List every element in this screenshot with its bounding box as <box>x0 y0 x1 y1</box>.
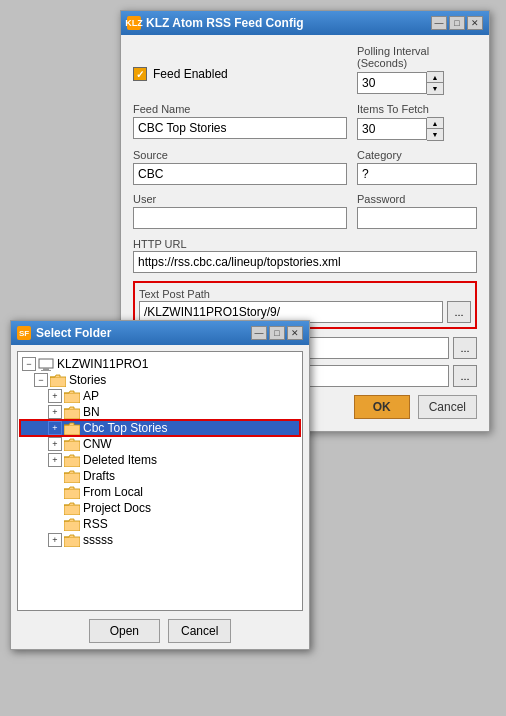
tree-item-sssss[interactable]: + sssss <box>20 532 300 548</box>
folder-dialog-body: − KLZWIN11PRO1 − Stories <box>11 345 309 649</box>
tree-item-project-docs[interactable]: Project Docs <box>20 500 300 516</box>
items-to-fetch-down[interactable]: ▼ <box>427 129 443 140</box>
tree-label-rss: RSS <box>83 517 108 531</box>
http-url-input[interactable] <box>133 251 477 273</box>
polling-interval-input[interactable] <box>357 72 427 94</box>
folder-icon-bn <box>64 406 80 419</box>
svg-rect-10 <box>64 489 80 499</box>
cancel-button[interactable]: Cancel <box>418 395 477 419</box>
items-to-fetch-spinner: ▲ ▼ <box>357 117 477 141</box>
folder-icon-fromlocal <box>64 486 80 499</box>
tree-label-root: KLZWIN11PRO1 <box>57 357 148 371</box>
password-input[interactable] <box>357 207 477 229</box>
folder-dialog-title-left: SF Select Folder <box>17 326 111 340</box>
tree-item-bn[interactable]: + BN <box>20 404 300 420</box>
svg-rect-7 <box>64 441 80 451</box>
main-dialog-title-left: KLZ KLZ Atom RSS Feed Config <box>127 16 304 30</box>
polling-interval-section: Polling Interval (Seconds) ▲ ▼ <box>357 45 477 95</box>
polling-interval-buttons: ▲ ▼ <box>427 71 444 95</box>
category-section: Category <box>357 149 477 185</box>
items-to-fetch-input[interactable] <box>357 118 427 140</box>
feed-enabled-label: Feed Enabled <box>153 67 228 81</box>
folder-minimize-button[interactable]: — <box>251 326 267 340</box>
tree-item-deleted[interactable]: + Deleted Items <box>20 452 300 468</box>
expander-root[interactable]: − <box>22 357 36 371</box>
svg-rect-12 <box>64 521 80 531</box>
password-label: Password <box>357 193 477 205</box>
folder-dialog-title: Select Folder <box>36 326 111 340</box>
tree-item-stories[interactable]: − Stories <box>20 372 300 388</box>
folder-icon-stories <box>50 374 66 387</box>
tree-label-bn: BN <box>83 405 100 419</box>
polling-interval-label: Polling Interval (Seconds) <box>357 45 477 69</box>
tree-item-from-local[interactable]: From Local <box>20 484 300 500</box>
user-input[interactable] <box>133 207 347 229</box>
source-input[interactable] <box>133 163 347 185</box>
tree-item-drafts[interactable]: Drafts <box>20 468 300 484</box>
ok-button[interactable]: OK <box>354 395 410 419</box>
folder-maximize-button[interactable]: □ <box>269 326 285 340</box>
top-section: ✓ Feed Enabled Polling Interval (Seconds… <box>133 45 477 95</box>
expander-deleted[interactable]: + <box>48 453 62 467</box>
feed-enabled-checkbox[interactable]: ✓ <box>133 67 147 81</box>
tree-label-ap: AP <box>83 389 99 403</box>
svg-rect-13 <box>64 537 80 547</box>
extra-browse-1[interactable]: ... <box>453 337 477 359</box>
items-to-fetch-buttons: ▲ ▼ <box>427 117 444 141</box>
main-dialog-titlebar: KLZ KLZ Atom RSS Feed Config — □ ✕ <box>121 11 489 35</box>
tree-item-ap[interactable]: + AP <box>20 388 300 404</box>
folder-icon-cnw <box>64 438 80 451</box>
polling-interval-up[interactable]: ▲ <box>427 72 443 83</box>
tree-item-rss[interactable]: RSS <box>20 516 300 532</box>
http-url-label: HTTP URL <box>133 238 187 250</box>
expander-cbc[interactable]: + <box>48 421 62 435</box>
category-input[interactable] <box>357 163 477 185</box>
tree-item-cbc-top-stories[interactable]: + Cbc Top Stories <box>20 420 300 436</box>
tree-label-sssss: sssss <box>83 533 113 547</box>
text-post-path-browse-button[interactable]: ... <box>447 301 471 323</box>
maximize-button[interactable]: □ <box>449 16 465 30</box>
expander-ap[interactable]: + <box>48 389 62 403</box>
tree-label-from-local: From Local <box>83 485 143 499</box>
tree-item-cnw[interactable]: + CNW <box>20 436 300 452</box>
extra-browse-2[interactable]: ... <box>453 365 477 387</box>
tree-item-root[interactable]: − KLZWIN11PRO1 <box>20 356 300 372</box>
items-to-fetch-up[interactable]: ▲ <box>427 118 443 129</box>
checkmark-icon: ✓ <box>136 69 144 80</box>
polling-interval-down[interactable]: ▼ <box>427 83 443 94</box>
tree-label-drafts: Drafts <box>83 469 115 483</box>
folder-open-button[interactable]: Open <box>89 619 160 643</box>
feed-name-row: Feed Name Items To Fetch ▲ ▼ <box>133 103 477 141</box>
folder-dialog-icon: SF <box>17 326 31 340</box>
expander-stories[interactable]: − <box>34 373 48 387</box>
svg-rect-5 <box>64 409 80 419</box>
expander-cnw[interactable]: + <box>48 437 62 451</box>
http-url-section: HTTP URL <box>133 237 477 273</box>
expander-bn[interactable]: + <box>48 405 62 419</box>
folder-cancel-button[interactable]: Cancel <box>168 619 231 643</box>
close-button[interactable]: ✕ <box>467 16 483 30</box>
feed-name-label: Feed Name <box>133 103 347 115</box>
category-label: Category <box>357 149 477 161</box>
folder-icon-drafts <box>64 470 80 483</box>
tree-label-cnw: CNW <box>83 437 112 451</box>
folder-tree[interactable]: − KLZWIN11PRO1 − Stories <box>17 351 303 611</box>
svg-rect-1 <box>43 368 49 370</box>
svg-rect-8 <box>64 457 80 467</box>
folder-button-row: Open Cancel <box>17 619 303 643</box>
source-label: Source <box>133 149 347 161</box>
feed-enabled-section: ✓ Feed Enabled <box>133 45 228 81</box>
main-dialog-titlebar-controls: — □ ✕ <box>431 16 483 30</box>
folder-icon-projdocs <box>64 502 80 515</box>
expander-sssss[interactable]: + <box>48 533 62 547</box>
main-dialog-icon: KLZ <box>127 16 141 30</box>
folder-icon-cbc <box>64 422 80 435</box>
password-section: Password <box>357 193 477 229</box>
user-section: User <box>133 193 347 229</box>
feed-name-input[interactable] <box>133 117 347 139</box>
folder-icon-ap <box>64 390 80 403</box>
tree-label-stories: Stories <box>69 373 106 387</box>
tree-label-deleted: Deleted Items <box>83 453 157 467</box>
minimize-button[interactable]: — <box>431 16 447 30</box>
folder-close-button[interactable]: ✕ <box>287 326 303 340</box>
